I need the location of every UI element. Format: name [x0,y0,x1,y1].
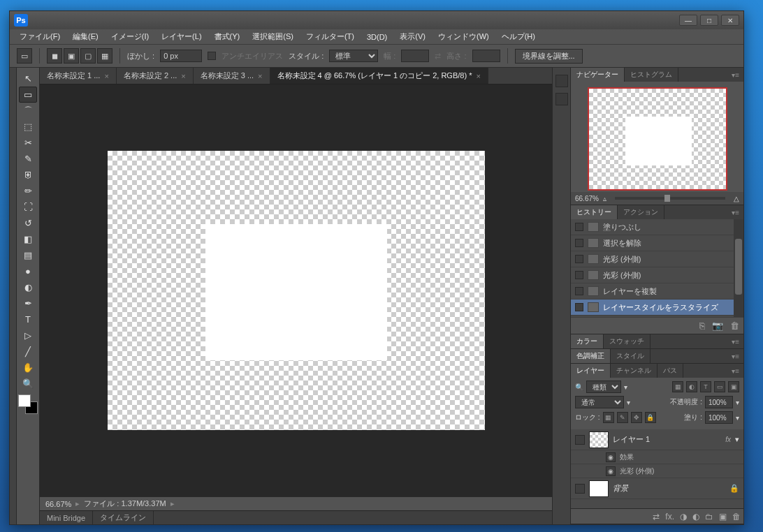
navigator-preview[interactable] [588,87,727,191]
doc-tab-2[interactable]: 名称未設定 2 ...× [117,68,194,84]
gradient-tool[interactable]: ▤ [19,247,37,263]
menu-select[interactable]: 選択範囲(S) [248,30,298,43]
tab-history[interactable]: ヒストリー [571,205,618,219]
fill-input[interactable] [705,411,733,424]
zoom-tool[interactable]: 🔍 [19,376,37,392]
lock-pixels-icon[interactable]: ▦ [603,412,614,423]
tab-paths[interactable]: パス [657,364,683,378]
layer-name[interactable]: レイヤー 1 [613,434,721,445]
filter-type-icon[interactable]: T [700,381,711,392]
tab-layers[interactable]: レイヤー [571,364,611,378]
healing-tool[interactable]: ⛨ [19,167,37,183]
filter-pixel-icon[interactable]: ▦ [672,381,683,392]
lasso-tool[interactable]: ⌒ [19,103,37,119]
marquee-tool[interactable]: ▭ [19,87,37,103]
antialias-checkbox[interactable] [208,52,216,60]
layer-fx-item[interactable]: ◉ 光彩 (外側) [571,464,743,478]
zoom-out-icon[interactable]: ▵ [603,195,606,202]
visibility-toggle[interactable]: ◉ [606,466,616,476]
panel-menu-icon[interactable]: ▾≡ [727,68,743,82]
panel-menu-icon[interactable]: ▾≡ [727,349,743,363]
opacity-input[interactable] [705,396,733,408]
tab-navigator[interactable]: ナビゲーター [571,68,625,82]
layer-filter-kind[interactable]: 種類 [586,380,621,393]
dropdown-icon[interactable]: ▾ [736,414,739,422]
quick-select-tool[interactable]: ⬚ [19,119,37,135]
move-tool[interactable]: ↖ [19,71,37,87]
menu-layer[interactable]: レイヤー(L) [157,30,205,43]
tab-histogram[interactable]: ヒストグラム [625,68,678,82]
close-icon[interactable]: × [476,72,480,80]
layer-thumbnail[interactable] [589,480,609,497]
lock-move-icon[interactable]: ✥ [631,412,642,423]
menu-filter[interactable]: フィルター(T) [302,30,358,43]
close-icon[interactable]: × [258,72,262,80]
caret-icon[interactable]: ▸ [170,499,175,508]
dodge-tool[interactable]: ◐ [19,279,37,295]
layer-row[interactable]: レイヤー 1 fx ▾ [571,429,743,450]
selection-intersect-icon[interactable]: ▦ [97,48,112,64]
selection-subtract-icon[interactable]: ▢ [80,48,96,64]
menu-file[interactable]: ファイル(F) [15,30,64,43]
shape-tool[interactable]: ╱ [19,343,37,360]
doc-tab-4[interactable]: 名称未設定 4 @ 66.7% (レイヤー 1 のコピー 2, RGB/8) *… [270,68,488,84]
layer-thumbnail[interactable] [589,431,609,448]
tab-adjustments[interactable]: 色調補正 [571,349,611,363]
lock-position-icon[interactable]: ✎ [617,412,628,423]
foreground-swatch[interactable] [18,394,31,407]
crop-tool[interactable]: ✂ [19,135,37,151]
panel-menu-icon[interactable]: ▾≡ [727,205,743,219]
feather-input[interactable] [160,50,202,62]
color-swatches[interactable] [18,394,38,414]
doc-tab-1[interactable]: 名称未設定 1 ...× [40,68,117,84]
fx-badge[interactable]: fx [725,436,731,443]
pen-tool[interactable]: ✒ [19,295,37,311]
caret-icon[interactable]: ▸ [75,499,80,508]
path-select-tool[interactable]: ▷ [19,327,37,343]
tab-mini-bridge[interactable]: Mini Bridge [40,511,93,524]
snapshot-icon[interactable]: 📷 [712,320,723,331]
delete-layer-icon[interactable]: 🗑 [732,512,741,522]
selection-new-icon[interactable]: ◼ [47,48,62,64]
filter-smart-icon[interactable]: ▣ [728,381,739,392]
doc-info[interactable]: ファイル : 1.37M/3.37M [84,498,166,509]
adjustment-layer-icon[interactable]: ◐ [692,512,699,522]
canvas[interactable] [108,151,485,430]
filter-shape-icon[interactable]: ▭ [714,381,725,392]
panel-menu-icon[interactable]: ▾≡ [727,334,743,348]
zoom-in-icon[interactable]: △ [734,195,739,202]
tab-timeline[interactable]: タイムライン [93,511,154,524]
tab-styles[interactable]: スタイル [611,349,651,363]
layer-mask-icon[interactable]: ◑ [680,512,687,522]
menu-view[interactable]: 表示(V) [395,30,430,43]
zoom-readout[interactable]: 66.67% [45,500,71,508]
menu-type[interactable]: 書式(Y) [210,30,245,43]
visibility-toggle[interactable]: ◉ [606,452,616,462]
menu-3d[interactable]: 3D(D) [363,31,391,43]
history-item[interactable]: レイヤースタイルをラスタライズ [571,300,743,316]
tab-color[interactable]: カラー [571,334,604,348]
dock-icon-2[interactable] [555,93,568,105]
history-item[interactable]: 光彩 (外側) [571,267,743,283]
maximize-button[interactable]: □ [700,15,718,26]
brush-tool[interactable]: ✏ [19,183,37,199]
minimize-button[interactable]: — [679,15,697,26]
panel-menu-icon[interactable]: ▾≡ [727,364,743,378]
new-layer-icon[interactable]: ▣ [719,512,727,522]
filter-adjust-icon[interactable]: ◐ [686,381,697,392]
refine-edge-button[interactable]: 境界線を調整... [515,49,583,64]
layer-fx-icon[interactable]: fx. [665,512,674,522]
history-scrollbar[interactable] [734,219,743,317]
tool-preset-icon[interactable]: ▭ [17,48,32,64]
eyedropper-tool[interactable]: ✎ [19,151,37,167]
hand-tool[interactable]: ✋ [19,360,37,376]
link-layers-icon[interactable]: ⇄ [653,512,660,522]
blur-tool[interactable]: ● [19,263,37,279]
canvas-area[interactable] [40,84,552,496]
menu-help[interactable]: ヘルプ(H) [497,30,539,43]
tab-swatches[interactable]: スウォッチ [604,334,651,348]
blend-mode-select[interactable]: 通常 [575,396,624,408]
type-tool[interactable]: T [19,311,37,327]
nav-zoom-slider[interactable] [615,197,725,200]
chevron-down-icon[interactable]: ▾ [735,435,739,444]
